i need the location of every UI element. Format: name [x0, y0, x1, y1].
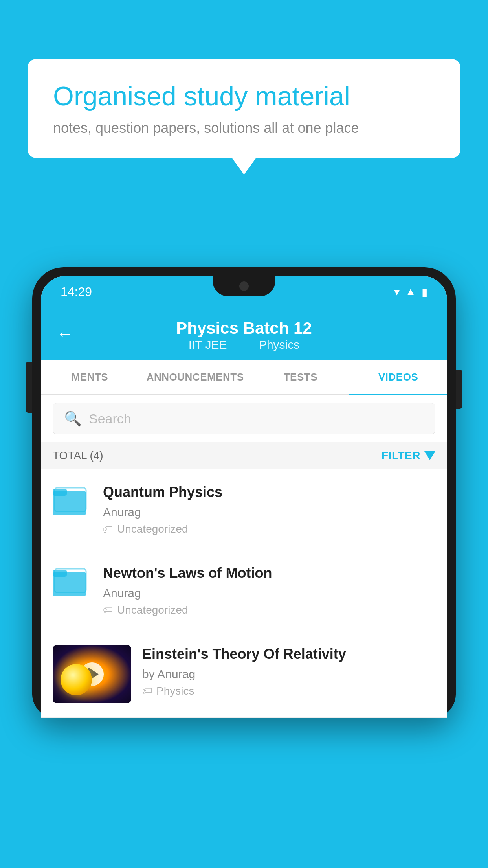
list-item[interactable]: Newton's Laws of Motion Anurag 🏷 Uncateg…	[41, 550, 447, 631]
folder-thumbnail	[53, 566, 92, 600]
filter-button[interactable]: FILTER	[382, 449, 435, 462]
tabs-bar: MENTS ANNOUNCEMENTS TESTS VIDEOS	[41, 360, 447, 395]
video-author: Anurag	[103, 506, 435, 519]
status-time: 14:29	[61, 285, 92, 299]
notch	[213, 276, 275, 296]
tab-tests[interactable]: TESTS	[251, 360, 349, 394]
battery-icon: ▮	[422, 285, 427, 298]
folder-thumbnail	[53, 485, 92, 519]
signal-icon: ▲	[405, 285, 416, 298]
bubble-title: Organised study material	[53, 81, 435, 111]
filter-icon	[424, 451, 435, 460]
header-title: Physics Batch 12	[57, 318, 431, 338]
tag-icon: 🏷	[142, 685, 152, 697]
search-container: 🔍 Search	[41, 395, 447, 442]
subtitle-separator	[240, 338, 246, 351]
video-tag: 🏷 Physics	[142, 685, 435, 697]
video-thumbnail	[53, 645, 131, 703]
video-tag: 🏷 Uncategorized	[103, 523, 435, 535]
filter-label: FILTER	[382, 449, 420, 462]
tag-label: Uncategorized	[117, 604, 188, 616]
tab-announcements[interactable]: ANNOUNCEMENTS	[139, 360, 252, 394]
list-item[interactable]: Einstein's Theory Of Relativity by Anura…	[41, 631, 447, 718]
phone-wrapper: 14:29 ▾ ▲ ▮ ← Physics Batch 12 IIT JEE P…	[32, 267, 456, 868]
tag-icon: 🏷	[103, 604, 113, 616]
tag-label: Uncategorized	[117, 523, 188, 535]
status-bar: 14:29 ▾ ▲ ▮	[41, 276, 447, 307]
back-button[interactable]: ←	[57, 324, 73, 343]
video-tag: 🏷 Uncategorized	[103, 604, 435, 616]
subtitle-part1: IIT JEE	[189, 338, 227, 351]
tab-ments[interactable]: MENTS	[41, 360, 139, 394]
video-author: by Anurag	[142, 668, 435, 681]
search-icon: 🔍	[64, 410, 82, 427]
search-bar[interactable]: 🔍 Search	[53, 403, 435, 434]
video-info: Einstein's Theory Of Relativity by Anura…	[142, 645, 435, 697]
tab-videos[interactable]: VIDEOS	[349, 360, 447, 394]
phone-screen: 14:29 ▾ ▲ ▮ ← Physics Batch 12 IIT JEE P…	[41, 276, 447, 718]
video-info: Newton's Laws of Motion Anurag 🏷 Uncateg…	[103, 564, 435, 616]
total-count: TOTAL (4)	[53, 449, 103, 462]
video-title: Einstein's Theory Of Relativity	[142, 645, 435, 664]
list-item[interactable]: Quantum Physics Anurag 🏷 Uncategorized	[41, 469, 447, 550]
bubble-subtitle: notes, question papers, solutions all at…	[53, 120, 435, 136]
camera-icon	[239, 281, 249, 291]
video-title: Quantum Physics	[103, 483, 435, 502]
folder-icon	[53, 485, 88, 517]
cosmos-orb	[61, 664, 92, 695]
video-info: Quantum Physics Anurag 🏷 Uncategorized	[103, 483, 435, 535]
phone-outer: 14:29 ▾ ▲ ▮ ← Physics Batch 12 IIT JEE P…	[32, 267, 456, 718]
video-list: Quantum Physics Anurag 🏷 Uncategorized	[41, 469, 447, 718]
tag-label: Physics	[156, 685, 194, 697]
search-placeholder: Search	[89, 411, 131, 427]
subtitle-part2: Physics	[259, 338, 299, 351]
video-title: Newton's Laws of Motion	[103, 564, 435, 583]
wifi-icon: ▾	[394, 285, 400, 298]
folder-icon	[53, 566, 88, 598]
header-subtitle: IIT JEE Physics	[57, 338, 431, 351]
status-icons: ▾ ▲ ▮	[394, 285, 427, 298]
speech-bubble: Organised study material notes, question…	[28, 59, 460, 158]
filter-bar: TOTAL (4) FILTER	[41, 442, 447, 469]
app-header: ← Physics Batch 12 IIT JEE Physics	[41, 307, 447, 360]
speech-bubble-container: Organised study material notes, question…	[28, 59, 460, 158]
tag-icon: 🏷	[103, 523, 113, 535]
video-author: Anurag	[103, 587, 435, 600]
